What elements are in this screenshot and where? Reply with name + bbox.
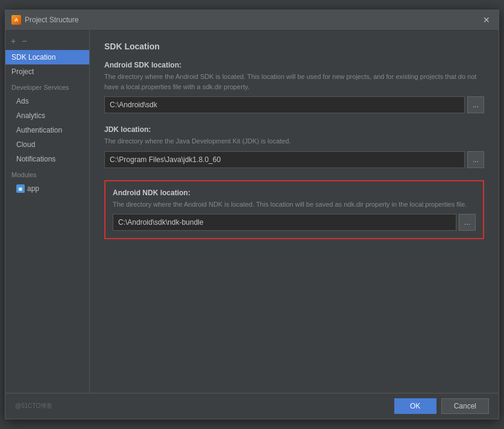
app-icon: A xyxy=(11,15,21,25)
sidebar-item-analytics[interactable]: Analytics xyxy=(5,108,89,123)
sidebar-item-ads[interactable]: Ads xyxy=(5,94,89,108)
sidebar-item-cloud-label: Cloud xyxy=(16,140,35,149)
android-sdk-input-row: ... xyxy=(104,96,484,113)
android-sdk-browse-button[interactable]: ... xyxy=(467,96,484,113)
android-ndk-path-input[interactable] xyxy=(113,214,456,231)
watermark: @51CTO博客 xyxy=(15,402,52,410)
jdk-browse-button[interactable]: ... xyxy=(467,151,484,168)
sidebar-item-analytics-label: Analytics xyxy=(16,111,45,120)
sidebar-item-sdk-location-label: SDK Location xyxy=(11,53,55,61)
android-sdk-description: The directory where the Android SDK is l… xyxy=(104,72,484,92)
android-ndk-label: Android NDK location: xyxy=(113,189,476,197)
sidebar-item-app-label: app xyxy=(27,184,39,193)
module-icon-letter: ▣ xyxy=(18,186,23,192)
dialog-body: + − SDK Location Project Developer Servi… xyxy=(5,30,499,393)
sidebar-modules-label: Modules xyxy=(11,171,37,178)
sidebar-section-developer-services: Developer Services xyxy=(5,79,89,94)
content-area: SDK Location Android SDK location: The d… xyxy=(90,30,499,393)
module-icon: ▣ xyxy=(16,184,25,193)
dialog-title: Project Structure xyxy=(25,16,78,24)
close-button[interactable]: ✕ xyxy=(480,14,493,25)
jdk-input-row: ... xyxy=(104,151,484,168)
sidebar-item-notifications-label: Notifications xyxy=(16,155,55,163)
sidebar-item-authentication-label: Authentication xyxy=(16,126,62,134)
android-sdk-path-input[interactable] xyxy=(104,96,465,113)
sidebar-item-ads-label: Ads xyxy=(16,97,29,105)
android-ndk-input-row: ... xyxy=(113,214,476,231)
cancel-button[interactable]: Cancel xyxy=(441,398,489,414)
sidebar-section-modules: Modules xyxy=(5,166,89,181)
android-ndk-browse-button[interactable]: ... xyxy=(459,214,476,231)
sidebar-item-notifications[interactable]: Notifications xyxy=(5,152,89,166)
sidebar-item-project[interactable]: Project xyxy=(5,64,89,79)
sidebar-item-authentication[interactable]: Authentication xyxy=(5,123,89,137)
title-bar-left: A Project Structure xyxy=(11,15,78,25)
dialog-footer: @51CTO博客 OK Cancel xyxy=(5,393,499,419)
sidebar-item-cloud[interactable]: Cloud xyxy=(5,137,89,152)
content-title: SDK Location xyxy=(104,42,484,51)
jdk-path-input[interactable] xyxy=(104,151,465,168)
app-icon-letter: A xyxy=(14,17,19,23)
jdk-label: JDK location: xyxy=(104,125,484,134)
remove-item-button[interactable]: − xyxy=(20,36,28,46)
android-sdk-section: Android SDK location: The directory wher… xyxy=(104,61,484,113)
android-ndk-description: The directory where the Android NDK is l… xyxy=(113,199,476,210)
sidebar-developer-services-label: Developer Services xyxy=(11,84,69,91)
sidebar-item-project-label: Project xyxy=(11,67,34,76)
project-structure-dialog: A Project Structure ✕ + − SDK Location P… xyxy=(5,10,499,419)
sidebar-item-sdk-location[interactable]: SDK Location xyxy=(5,50,89,64)
android-sdk-label: Android SDK location: xyxy=(104,61,484,69)
ok-button[interactable]: OK xyxy=(394,398,436,414)
add-item-button[interactable]: + xyxy=(9,36,17,46)
sidebar-toolbar: + − xyxy=(5,33,89,50)
title-bar: A Project Structure ✕ xyxy=(5,10,499,30)
sidebar: + − SDK Location Project Developer Servi… xyxy=(5,30,90,393)
jdk-section: JDK location: The directory where the Ja… xyxy=(104,125,484,168)
sidebar-item-app[interactable]: ▣ app xyxy=(5,181,89,196)
jdk-description: The directory where the Java Development… xyxy=(104,136,484,146)
android-ndk-section: Android NDK location: The directory wher… xyxy=(104,180,484,240)
